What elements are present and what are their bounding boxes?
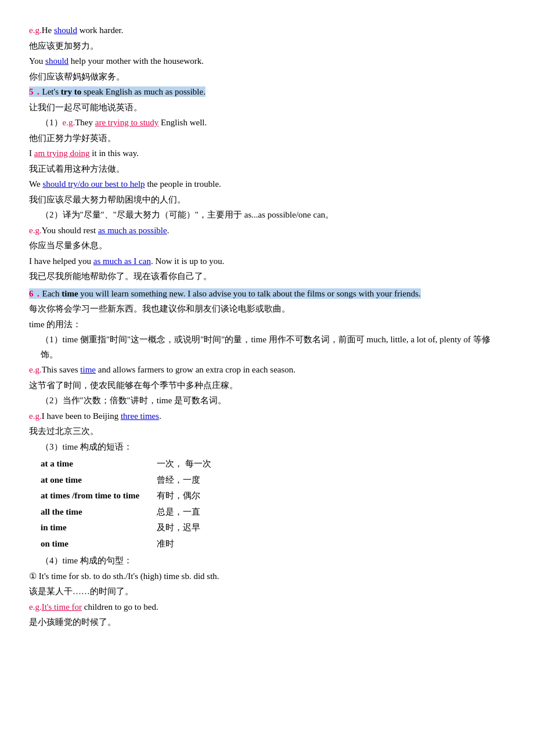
line-26: 我去过北京三次。 [29,424,505,439]
line-12: 我们应该尽最大努力帮助困境中的人们。 [29,193,505,208]
eg-4: e.g. [29,365,42,374]
line-31: e.g.It's time for children to go to bed. [29,600,505,615]
eg-label: e.g. [29,26,42,35]
line-11: We should try/do our best to help the pe… [29,177,505,192]
line-6: 让我们一起尽可能地说英语。 [29,100,505,115]
text: work harder. [77,26,124,35]
time-phrases: at a time 一次， 每一次 at one time 曾经，一度 at t… [41,457,505,551]
line-29: ① It's time for sb. to do sth./It's (hig… [29,569,505,584]
line-22: e.g.This saves time and allows farmers t… [29,363,505,378]
line-20: time 的用法： [29,317,505,332]
phrase-row-4: all the time 总是，一直 [41,505,505,520]
line-21: （1）time 侧重指"时间"这一概念，或说明"时间"的量，time 用作不可数… [29,332,505,362]
line-13: （2）译为"尽量"、"尽最大努力（可能）"，主要用于 as...as possi… [29,208,505,223]
eg-5: e.g. [29,411,42,421]
phrase-2: at one time [41,473,157,488]
num-5: 5． [29,87,42,96]
highlight-5: 5．Let's try to speak English as much as … [29,86,205,97]
text: He [42,26,54,35]
as-much-can: as much as I can [93,256,151,266]
phrase-row-1: at a time 一次， 每一次 [41,457,505,472]
phrase-4: all the time [41,505,157,520]
line-23: 这节省了时间，使农民能够在每个季节中多种点庄稼。 [29,378,505,393]
meaning-3: 有时，偶尔 [157,489,505,504]
line-3: You should help your mother with the hou… [29,54,505,69]
eg-6: e.g. [29,602,42,612]
phrase-3: at times /from time to time [41,489,157,504]
line-9: I am trying doing it in this way. [29,146,505,161]
line-7: （1）e.g.They are trying to study English … [29,115,505,131]
line-1: e.g.He should work harder. [29,23,505,38]
eg-3: e.g. [29,226,42,235]
should-1: should [54,26,77,35]
line-16: I have helped you as much as I can. Now … [29,254,505,269]
meaning-5: 及时，迟早 [157,520,505,536]
line-18: 6．Each time you will learn something new… [29,287,505,302]
phrase-row-2: at one time 曾经，一度 [41,473,505,488]
line-15: 你应当尽量多休息。 [29,238,505,254]
phrase-row-5: in time 及时，迟早 [41,520,505,536]
line-5: 5．Let's try to speak English as much as … [29,85,505,100]
text-5: Let's try to speak English as much as po… [42,87,205,96]
line-27: （3）time 构成的短语： [29,440,505,455]
meaning-1: 一次， 每一次 [157,457,505,472]
are-trying: are trying to study [95,118,159,127]
line-14: e.g.You should rest as much as possible. [29,223,505,238]
phrase-6: on time [41,537,157,552]
time-1: time [80,365,96,374]
line-2: 他应该更加努力。 [29,39,505,54]
line-8: 他们正努力学好英语。 [29,131,505,146]
should-try: should try/do our best to help [42,179,145,189]
eg-2: e.g. [63,118,75,127]
main-content: e.g.He should work harder. 他应该更加努力。 You … [29,23,505,630]
meaning-2: 曾经，一度 [157,473,505,488]
line-19: 每次你将会学习一些新东西。我也建议你和朋友们谈论电影或歌曲。 [29,302,505,317]
phrase-5: in time [41,520,157,536]
highlight-6: 6．Each time you will learn something new… [29,288,421,299]
line-30: 该是某人干……的时间了。 [29,584,505,599]
meaning-4: 总是，一直 [157,505,505,520]
line-25: e.g.I have been to Beijing three times. [29,409,505,424]
line-17: 我已尽我所能地帮助你了。现在该看你自己了。 [29,269,505,284]
line-24: （2）当作"次数；倍数"讲时，time 是可数名词。 [29,393,505,408]
num-6: 6． [29,289,42,298]
line-28: （4）time 构成的句型： [29,554,505,569]
line-10: 我正试着用这种方法做。 [29,162,505,177]
meaning-6: 准时 [157,537,505,552]
should-2: should [45,56,68,66]
phrase-row-6: on time 准时 [41,537,505,552]
as-much-possible: as much as possible [98,226,167,235]
its-time-for: It's time for [42,602,82,612]
three-times: three times [121,411,159,421]
line-4: 你们应该帮妈妈做家务。 [29,70,505,85]
text-6: Each time you will learn something new. … [42,289,421,298]
am-trying: am trying doing [34,149,90,158]
phrase-1: at a time [41,457,157,472]
line-32: 是小孩睡觉的时候了。 [29,615,505,630]
phrase-row-3: at times /from time to time 有时，偶尔 [41,489,505,504]
